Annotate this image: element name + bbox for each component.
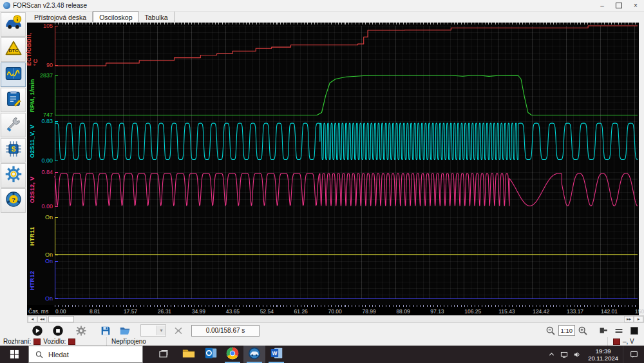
vehicle-label: Vozidlo:	[43, 338, 66, 345]
close-button[interactable]: ×	[627, 0, 644, 11]
maximize-button[interactable]	[611, 0, 627, 11]
chip-icon: S	[5, 140, 23, 161]
time-tick-0: 0.00	[55, 308, 66, 315]
time-tick-9: 78.99	[362, 308, 375, 315]
task-view-button[interactable]	[152, 346, 174, 363]
time-tick-7: 61.26	[294, 308, 308, 315]
open-button[interactable]	[117, 324, 133, 337]
time-tick-4: 34.99	[192, 308, 205, 315]
chevron-up-icon	[547, 350, 556, 358]
volume-tray-icon[interactable]	[571, 346, 583, 363]
minimize-button[interactable]: –	[594, 0, 611, 11]
time-tick-6: 52.54	[260, 308, 274, 315]
time-tick-1: 8.81	[90, 308, 100, 315]
time-tick-17: 150.86	[635, 308, 644, 315]
stop-button[interactable]	[50, 324, 66, 337]
measure-led	[613, 338, 620, 345]
svg-text:?: ?	[11, 196, 15, 203]
forscan-window: FORScan v2.3.48 release – × Přístrojová …	[0, 0, 644, 363]
scrollbar-track[interactable]	[74, 316, 624, 322]
sidebar-item-dtc[interactable]: DTC	[1, 37, 26, 62]
scrollbar-thumb[interactable]	[48, 316, 74, 322]
time-tick-strip	[55, 305, 638, 307]
taskbar-app-file-explorer[interactable]	[178, 346, 200, 363]
tab-tabulka[interactable]: Tabulka	[138, 12, 174, 22]
zoom-ratio-box[interactable]: 1:10	[558, 325, 576, 336]
app-icon	[3, 2, 10, 9]
time-tick-11: 97.13	[430, 308, 444, 315]
taskbar-clock[interactable]: 19:39 20.11.2024	[588, 348, 618, 362]
zoom-out-button[interactable]	[543, 324, 558, 337]
tab-osciloskop[interactable]: Osciloskop	[93, 11, 138, 22]
search-input[interactable]: Hledat	[28, 346, 143, 363]
action-center-button[interactable]	[623, 346, 644, 363]
settings-button[interactable]	[73, 324, 89, 337]
outlook-icon	[204, 346, 218, 362]
trace-o2s11	[55, 123, 638, 159]
trace-ect	[55, 26, 638, 66]
taskbar-app-forscan[interactable]	[243, 346, 265, 363]
system-tray: 19:39 20.11.2024	[545, 346, 644, 363]
black-square-button[interactable]	[627, 324, 642, 337]
sidebar-item-about[interactable]: ?	[1, 188, 26, 213]
save-icon	[100, 325, 111, 337]
time-axis: Čas, ms 0.008.8117.5726.3134.9943.6552.5…	[27, 305, 639, 315]
clock-date: 20.11.2024	[588, 355, 618, 362]
taskbar-app-word[interactable]: W	[265, 346, 287, 363]
marker-combo[interactable]: ▾	[140, 324, 166, 337]
sidebar-item-vehicle-info[interactable]: i	[1, 12, 26, 37]
zoom-in-icon	[577, 325, 589, 337]
svg-text:DTC: DTC	[8, 48, 19, 54]
taskbar-app-chrome[interactable]	[222, 346, 243, 363]
measure-lines-button[interactable]	[611, 324, 627, 337]
taskbar: Hledat W 19:39 20.11.2024	[0, 346, 644, 363]
scroll-left-fast-icon[interactable]: ◂◂	[37, 316, 47, 322]
time-tick-14: 124.42	[533, 308, 549, 315]
sidebar-item-programming[interactable]: S	[1, 138, 26, 162]
tray-expand-button[interactable]	[545, 346, 558, 363]
sidebar-item-service[interactable]	[1, 113, 26, 137]
marker-tool-icon	[598, 325, 609, 337]
time-tick-15: 133.17	[567, 308, 583, 315]
window-title: FORScan v2.3.48 release	[13, 2, 87, 9]
tab-bar: Přístrojová deska Osciloskop Tabulka	[28, 12, 175, 22]
play-icon	[32, 325, 43, 337]
zoom-in-button[interactable]	[575, 324, 591, 337]
chrome-icon	[225, 346, 240, 363]
taskbar-app-outlook[interactable]	[200, 346, 222, 363]
axis-bracket-ect	[55, 26, 58, 66]
interface-led	[33, 338, 41, 345]
play-button[interactable]	[30, 324, 45, 337]
sidebar: iDTCS?	[0, 12, 26, 213]
task-view-icon	[158, 349, 169, 360]
save-button[interactable]	[98, 324, 113, 337]
sidebar-item-tests[interactable]	[1, 88, 26, 112]
horizontal-scrollbar[interactable]: ◂ ◂◂ ▸▸ ▸	[27, 315, 644, 323]
svg-text:S: S	[11, 145, 15, 153]
axis-bracket-htr12	[55, 261, 58, 299]
sidebar-item-oscilloscope[interactable]	[1, 63, 26, 87]
start-button[interactable]	[0, 346, 28, 363]
time-axis-label: Čas, ms	[28, 308, 48, 315]
title-bar: FORScan v2.3.48 release – ×	[0, 0, 644, 12]
scroll-right-icon[interactable]: ▸	[634, 316, 643, 322]
clock-time: 19:39	[588, 348, 618, 355]
trace-rpm	[55, 75, 638, 115]
search-placeholder: Hledat	[48, 351, 69, 358]
dtc-triangle-icon: DTC	[5, 39, 23, 60]
scroll-left-icon[interactable]: ◂	[28, 316, 37, 322]
oscilloscope-plot[interactable]: ECT/OBDII, °C10590RPM, 1/min2837747O2S11…	[27, 23, 639, 305]
marker-tool-button[interactable]	[596, 324, 611, 337]
black-square-icon	[629, 325, 640, 337]
wrench-icon	[5, 115, 23, 135]
stop-icon	[52, 325, 64, 337]
scroll-right-fast-icon[interactable]: ▸▸	[624, 316, 634, 322]
sidebar-item-settings[interactable]	[1, 163, 26, 188]
measure-lines-icon	[613, 325, 625, 337]
time-tick-16: 142.01	[601, 308, 618, 315]
clear-marker-button[interactable]	[171, 324, 186, 337]
network-tray-icon[interactable]	[558, 346, 571, 363]
oscilloscope-icon	[5, 64, 23, 85]
interface-label: Rozhraní:	[3, 338, 31, 345]
tab-pristrojova-deska[interactable]: Přístrojová deska	[28, 12, 93, 22]
